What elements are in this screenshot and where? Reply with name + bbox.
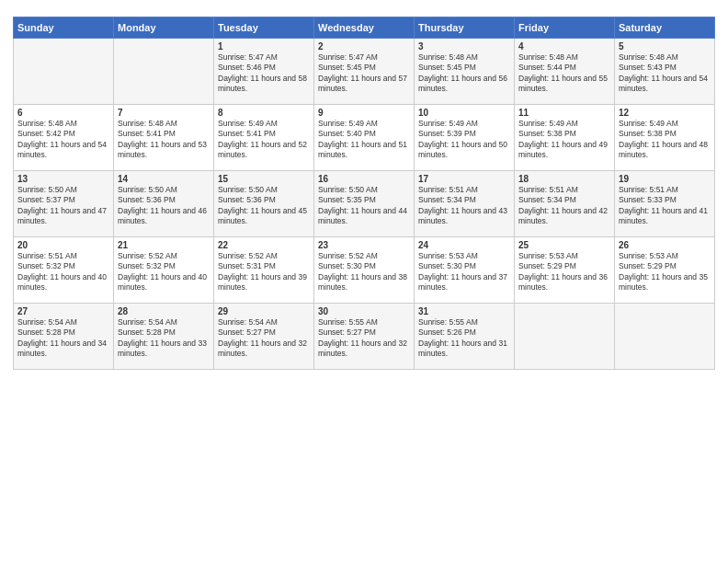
- day-cell: 9Sunrise: 5:49 AMSunset: 5:40 PMDaylight…: [314, 105, 415, 171]
- day-detail: Sunrise: 5:48 AMSunset: 5:44 PMDaylight:…: [518, 52, 610, 95]
- col-header-saturday: Saturday: [615, 17, 715, 39]
- day-cell: 20Sunrise: 5:51 AMSunset: 5:32 PMDayligh…: [14, 237, 114, 304]
- day-cell: 1Sunrise: 5:47 AMSunset: 5:46 PMDaylight…: [214, 39, 314, 105]
- day-cell: [114, 39, 214, 105]
- day-number: 2: [318, 41, 410, 52]
- day-number: 14: [118, 174, 210, 184]
- day-cell: 5Sunrise: 5:48 AMSunset: 5:43 PMDaylight…: [615, 39, 715, 105]
- day-cell: 6Sunrise: 5:48 AMSunset: 5:42 PMDaylight…: [14, 105, 114, 171]
- day-detail: Sunrise: 5:48 AMSunset: 5:45 PMDaylight:…: [418, 52, 510, 95]
- day-number: 27: [17, 306, 109, 316]
- day-number: 29: [218, 306, 310, 316]
- day-cell: 18Sunrise: 5:51 AMSunset: 5:34 PMDayligh…: [515, 171, 615, 237]
- day-number: 20: [17, 240, 109, 250]
- day-detail: Sunrise: 5:48 AMSunset: 5:41 PMDaylight:…: [118, 119, 210, 161]
- day-detail: Sunrise: 5:53 AMSunset: 5:29 PMDaylight:…: [619, 251, 711, 293]
- day-cell: [14, 39, 114, 105]
- day-detail: Sunrise: 5:51 AMSunset: 5:33 PMDaylight:…: [619, 185, 711, 227]
- day-detail: Sunrise: 5:52 AMSunset: 5:30 PMDaylight:…: [318, 251, 410, 293]
- day-cell: 24Sunrise: 5:53 AMSunset: 5:30 PMDayligh…: [415, 237, 515, 304]
- week-row-1: 1Sunrise: 5:47 AMSunset: 5:46 PMDaylight…: [14, 39, 715, 105]
- day-number: 31: [418, 306, 510, 316]
- week-row-4: 20Sunrise: 5:51 AMSunset: 5:32 PMDayligh…: [14, 237, 715, 304]
- day-cell: 11Sunrise: 5:49 AMSunset: 5:38 PMDayligh…: [515, 105, 615, 171]
- day-number: 28: [118, 306, 210, 316]
- day-detail: Sunrise: 5:54 AMSunset: 5:28 PMDaylight:…: [118, 317, 210, 360]
- col-header-tuesday: Tuesday: [214, 17, 314, 39]
- day-cell: 17Sunrise: 5:51 AMSunset: 5:34 PMDayligh…: [415, 171, 515, 237]
- day-number: 10: [418, 108, 510, 118]
- day-cell: 19Sunrise: 5:51 AMSunset: 5:33 PMDayligh…: [615, 171, 715, 237]
- day-number: 18: [518, 174, 610, 184]
- day-number: 24: [418, 240, 510, 250]
- day-cell: 10Sunrise: 5:49 AMSunset: 5:39 PMDayligh…: [415, 105, 515, 171]
- day-cell: 27Sunrise: 5:54 AMSunset: 5:28 PMDayligh…: [14, 304, 114, 370]
- day-cell: 22Sunrise: 5:52 AMSunset: 5:31 PMDayligh…: [214, 237, 314, 304]
- day-number: 4: [518, 41, 610, 52]
- day-detail: Sunrise: 5:52 AMSunset: 5:31 PMDaylight:…: [218, 251, 310, 293]
- day-cell: 7Sunrise: 5:48 AMSunset: 5:41 PMDaylight…: [114, 105, 214, 171]
- day-detail: Sunrise: 5:50 AMSunset: 5:37 PMDaylight:…: [17, 185, 109, 227]
- day-number: 21: [118, 240, 210, 250]
- day-number: 17: [418, 174, 510, 184]
- day-detail: Sunrise: 5:51 AMSunset: 5:34 PMDaylight:…: [418, 185, 510, 227]
- day-cell: [515, 304, 615, 370]
- col-header-wednesday: Wednesday: [314, 17, 415, 39]
- day-detail: Sunrise: 5:54 AMSunset: 5:28 PMDaylight:…: [17, 317, 109, 360]
- week-row-2: 6Sunrise: 5:48 AMSunset: 5:42 PMDaylight…: [14, 105, 715, 171]
- day-cell: 29Sunrise: 5:54 AMSunset: 5:27 PMDayligh…: [214, 304, 314, 370]
- day-detail: Sunrise: 5:49 AMSunset: 5:38 PMDaylight:…: [518, 119, 610, 161]
- day-cell: 28Sunrise: 5:54 AMSunset: 5:28 PMDayligh…: [114, 304, 214, 370]
- day-number: 25: [518, 240, 610, 250]
- day-detail: Sunrise: 5:47 AMSunset: 5:46 PMDaylight:…: [218, 52, 310, 95]
- day-cell: 12Sunrise: 5:49 AMSunset: 5:38 PMDayligh…: [615, 105, 715, 171]
- day-number: 1: [218, 41, 310, 52]
- col-header-sunday: Sunday: [14, 17, 114, 39]
- day-number: 8: [218, 108, 310, 118]
- day-number: 15: [218, 174, 310, 184]
- day-cell: 16Sunrise: 5:50 AMSunset: 5:35 PMDayligh…: [314, 171, 415, 237]
- day-cell: 23Sunrise: 5:52 AMSunset: 5:30 PMDayligh…: [314, 237, 415, 304]
- day-detail: Sunrise: 5:49 AMSunset: 5:40 PMDaylight:…: [318, 119, 410, 161]
- day-detail: Sunrise: 5:47 AMSunset: 5:45 PMDaylight:…: [318, 52, 410, 95]
- day-number: 19: [619, 174, 711, 184]
- col-header-friday: Friday: [515, 17, 615, 39]
- day-number: 6: [17, 108, 109, 118]
- day-detail: Sunrise: 5:48 AMSunset: 5:42 PMDaylight:…: [17, 119, 109, 161]
- day-number: 23: [318, 240, 410, 250]
- day-number: 22: [218, 240, 310, 250]
- day-cell: 15Sunrise: 5:50 AMSunset: 5:36 PMDayligh…: [214, 171, 314, 237]
- day-detail: Sunrise: 5:49 AMSunset: 5:38 PMDaylight:…: [619, 119, 711, 161]
- day-number: 9: [318, 108, 410, 118]
- day-number: 7: [118, 108, 210, 118]
- col-header-monday: Monday: [114, 17, 214, 39]
- day-detail: Sunrise: 5:52 AMSunset: 5:32 PMDaylight:…: [118, 251, 210, 293]
- day-number: 30: [318, 306, 410, 316]
- day-number: 26: [619, 240, 711, 250]
- day-detail: Sunrise: 5:51 AMSunset: 5:34 PMDaylight:…: [518, 185, 610, 227]
- day-detail: Sunrise: 5:51 AMSunset: 5:32 PMDaylight:…: [17, 251, 109, 293]
- day-detail: Sunrise: 5:53 AMSunset: 5:30 PMDaylight:…: [418, 251, 510, 293]
- day-detail: Sunrise: 5:53 AMSunset: 5:29 PMDaylight:…: [518, 251, 610, 293]
- week-row-3: 13Sunrise: 5:50 AMSunset: 5:37 PMDayligh…: [14, 171, 715, 237]
- day-number: 16: [318, 174, 410, 184]
- day-detail: Sunrise: 5:54 AMSunset: 5:27 PMDaylight:…: [218, 317, 310, 360]
- day-cell: 13Sunrise: 5:50 AMSunset: 5:37 PMDayligh…: [14, 171, 114, 237]
- day-detail: Sunrise: 5:50 AMSunset: 5:35 PMDaylight:…: [318, 185, 410, 227]
- day-detail: Sunrise: 5:48 AMSunset: 5:43 PMDaylight:…: [619, 52, 711, 95]
- day-number: 11: [518, 108, 610, 118]
- day-cell: 14Sunrise: 5:50 AMSunset: 5:36 PMDayligh…: [114, 171, 214, 237]
- day-detail: Sunrise: 5:49 AMSunset: 5:41 PMDaylight:…: [218, 119, 310, 161]
- day-cell: [615, 304, 715, 370]
- day-detail: Sunrise: 5:55 AMSunset: 5:27 PMDaylight:…: [318, 317, 410, 360]
- day-cell: 30Sunrise: 5:55 AMSunset: 5:27 PMDayligh…: [314, 304, 415, 370]
- day-cell: 2Sunrise: 5:47 AMSunset: 5:45 PMDaylight…: [314, 39, 415, 105]
- day-cell: 31Sunrise: 5:55 AMSunset: 5:26 PMDayligh…: [415, 304, 515, 370]
- day-number: 13: [17, 174, 109, 184]
- day-cell: 4Sunrise: 5:48 AMSunset: 5:44 PMDaylight…: [515, 39, 615, 105]
- page: General Blue SundayMondayTuesdayWednesda…: [0, 0, 728, 563]
- day-number: 12: [619, 108, 711, 118]
- day-number: 3: [418, 41, 510, 52]
- calendar-table: SundayMondayTuesdayWednesdayThursdayFrid…: [13, 17, 715, 370]
- day-detail: Sunrise: 5:50 AMSunset: 5:36 PMDaylight:…: [118, 185, 210, 227]
